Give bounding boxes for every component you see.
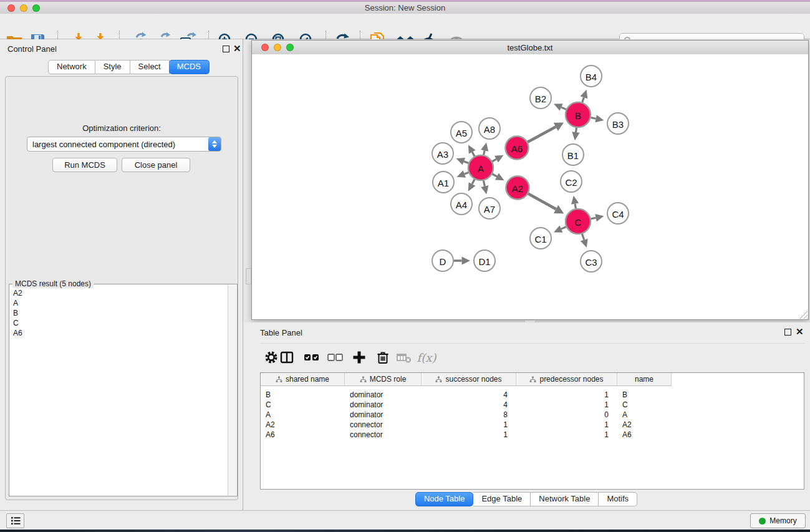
memory-status-icon [759,518,766,525]
memory-button[interactable]: Memory [750,513,806,528]
add-column-icon[interactable] [350,349,368,366]
graph-edge[interactable] [561,227,566,230]
settings-gear-icon[interactable] [263,349,280,366]
close-panel-button[interactable]: Close panel [122,158,190,172]
task-history-button[interactable] [6,513,24,528]
control-panel-tabs: NetworkStyleSelectMCDS [48,60,210,74]
zoom-traffic-light[interactable] [32,4,40,12]
graph-node-label: A2 [512,183,523,194]
table-cell: A [617,410,672,420]
graph-edge[interactable] [472,152,475,157]
graph-edge[interactable] [528,194,556,210]
node-table[interactable]: shared nameMCDS rolesuccessor nodesprede… [260,372,804,490]
mcds-result-item[interactable]: A2 [13,288,228,298]
graph-edge[interactable] [582,234,584,240]
graph-edge[interactable] [576,128,577,132]
table-cell: connector [345,430,422,440]
tab-node-table[interactable]: Node Table [415,492,474,506]
control-panel: Control Panel ✕ NetworkStyleSelectMCDS O… [0,39,243,510]
network-close-traffic-light[interactable] [261,44,269,51]
tab-edge-table[interactable]: Edge Table [473,492,531,506]
table-cell: 8 [422,410,516,420]
table-row[interactable]: A6connector11A6 [261,430,672,440]
table-toolbar-divider [260,343,804,344]
graph-edge[interactable] [591,118,596,119]
tab-select[interactable]: Select [130,60,170,74]
table-cell: dominator [345,400,422,410]
graph-edge[interactable] [492,159,496,162]
table-close-panel-icon[interactable]: ✕ [796,328,804,335]
tab-mcds[interactable]: MCDS [169,60,210,74]
graph-node-label: A8 [484,124,495,135]
network-zoom-traffic-light[interactable] [286,44,294,51]
tab-network[interactable]: Network [48,60,95,74]
graph-edge[interactable] [464,162,469,163]
optimization-criterion-select[interactable]: largest connected component (directed) [27,137,221,152]
network-minimize-traffic-light[interactable] [274,44,281,51]
column-header-name[interactable]: name [617,373,672,386]
graph-node-label: C4 [612,209,624,220]
graph-node-label: A6 [511,143,523,154]
column-header-successor-nodes[interactable]: successor nodes [422,373,516,386]
table-cell: C [261,400,345,410]
table-cell: B [261,390,345,400]
unselect-all-columns-icon[interactable] [327,349,344,366]
function-builder-icon[interactable]: f(x) [415,349,438,366]
graph-edge-arrow [595,115,604,122]
panel-splitter-grip[interactable] [246,268,251,284]
network-window-titlebar[interactable]: testGlobe.txt [252,41,808,55]
graph-edge[interactable] [575,204,576,209]
graph-edge[interactable] [582,97,584,102]
float-panel-icon[interactable] [223,46,229,52]
column-type-icon [435,376,442,383]
mcds-result-item[interactable]: A [13,298,228,308]
tab-style[interactable]: Style [95,60,130,74]
main-toolbar [0,14,810,39]
table-cell: 1 [422,430,516,440]
table-cell: dominator [345,390,422,400]
delete-table-icon[interactable] [395,349,413,366]
tab-network-table[interactable]: Network Table [531,492,599,506]
graph-edge[interactable] [493,174,497,177]
graph-node-label: B3 [612,119,624,130]
graph-edge-arrow [572,132,579,140]
network-canvas[interactable]: AA1A2A3A4A5A6A7A8BB1B2B3B4CC1C2C3C4DD1 [252,54,808,319]
table-row[interactable]: Adominator80A [261,410,672,420]
table-cell: 1 [516,400,617,410]
graph-edge[interactable] [472,180,475,185]
graph-node-label: D [440,256,446,267]
table-row[interactable]: A2connector11A2 [261,420,672,430]
run-mcds-button[interactable]: Run MCDS [52,158,117,172]
select-all-columns-icon[interactable] [303,349,321,366]
table-cell: A6 [617,430,672,440]
table-row[interactable]: Bdominator41B [261,390,672,400]
mcds-list-scrollbar[interactable] [228,285,236,495]
column-header-shared-name[interactable]: shared name [261,373,345,386]
close-panel-icon[interactable]: ✕ [233,45,241,52]
close-traffic-light[interactable] [7,4,15,12]
table-cell: A2 [617,420,672,430]
table-float-panel-icon[interactable] [784,329,791,336]
column-header-predecessor-nodes[interactable]: predecessor nodes [516,373,617,386]
minimize-traffic-light[interactable] [20,4,27,12]
network-view-window: testGlobe.txt AA1A2A3A4A5A6A7A8BB1B2B3B4… [251,40,809,320]
column-type-icon [276,376,282,383]
graph-edge[interactable] [465,173,469,175]
delete-column-icon[interactable] [374,349,392,366]
graph-edge[interactable] [591,218,596,219]
graph-edge[interactable] [528,127,556,142]
table-row[interactable]: Cdominator41C [261,400,672,410]
mcds-result-item[interactable]: C [13,318,228,328]
tab-motifs[interactable]: Motifs [599,492,637,506]
mcds-result-list[interactable]: A2ABCA6 [10,286,228,495]
column-header-MCDS-role[interactable]: MCDS role [345,373,422,386]
mcds-result-item[interactable]: B [13,308,228,318]
graph-node-label: B2 [535,94,546,104]
table-panel-title: Table Panel [260,328,302,337]
mcds-result-item[interactable]: A6 [13,328,228,338]
graph-edge[interactable] [484,150,485,155]
column-view-icon[interactable] [278,349,296,366]
titlebar[interactable]: Session: New Session [0,2,810,14]
graph-edge[interactable] [561,107,566,110]
graph-edge[interactable] [483,181,485,186]
